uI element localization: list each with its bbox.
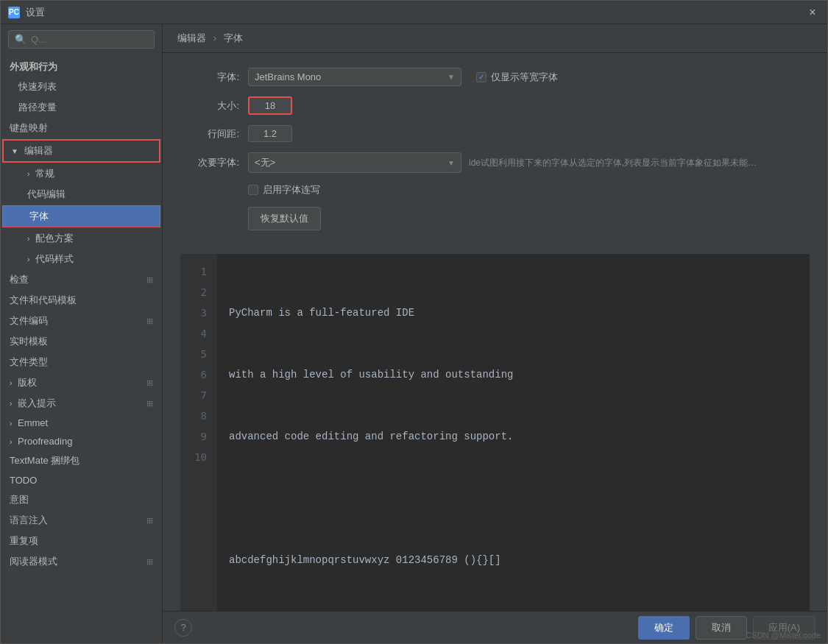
sidebar-item-colorscheme[interactable]: › 配色方案 xyxy=(1,228,162,249)
main-panel: 编辑器 › 字体 字体: JetBrains Mono ▼ 仅显示等宽字体 xyxy=(163,24,827,643)
line-spacing-input[interactable] xyxy=(248,125,292,142)
settings-content: 字体: JetBrains Mono ▼ 仅显示等宽字体 大小: xyxy=(163,53,827,611)
cancel-button[interactable]: 取消 xyxy=(696,616,747,640)
content-area: 🔍 外观和行为 快速列表 路径变量 键盘映射 ▼ 编辑器 › 常规 代码编辑 字… xyxy=(1,24,827,643)
sidebar-item-inlayhints[interactable]: › 嵌入提示 ⊞ xyxy=(1,393,162,414)
monospace-label: 仅显示等宽字体 xyxy=(491,71,558,84)
sidebar-item-readermode[interactable]: 阅读器模式 ⊞ xyxy=(1,551,162,572)
sidebar-item-editor-label: 编辑器 xyxy=(24,145,53,156)
dropdown-arrow-icon: ▼ xyxy=(447,73,455,81)
search-icon: 🔍 xyxy=(15,34,26,45)
breadcrumb-parent: 编辑器 xyxy=(177,32,206,43)
sidebar-item-intention[interactable]: 意图 xyxy=(1,489,162,510)
secondary-font-note: ide试图利用接下来的字体从选定的字体,列表显示当前字体象征如果未能这样做 xyxy=(469,157,763,169)
monospace-checkbox-row: 仅显示等宽字体 xyxy=(476,71,558,84)
font-dropdown[interactable]: JetBrains Mono ▼ xyxy=(248,68,461,86)
settings-window: PC 设置 × 🔍 外观和行为 快速列表 路径变量 键盘映射 ▼ 编辑器 › 常… xyxy=(0,0,828,644)
section-appearance: 外观和行为 xyxy=(1,54,162,77)
emmet-arrow: › xyxy=(10,420,12,428)
sidebar-item-proofreading[interactable]: › Proofreading xyxy=(1,432,162,450)
copy-icon: ⊞ xyxy=(146,275,153,285)
sidebar-item-inspection[interactable]: 检查 ⊞ xyxy=(1,269,162,290)
code-line-5: abcdefghijklmnopqrstuvwxyz 0123456789 ()… xyxy=(229,550,575,570)
breadcrumb: 编辑器 › 字体 xyxy=(163,24,827,53)
font-label: 字体: xyxy=(180,71,239,84)
code-lines: PyCharm is a full-featured IDE with a hi… xyxy=(217,254,587,611)
expand-arrow-icon: ▼ xyxy=(11,147,18,155)
code-line-1: PyCharm is a full-featured IDE xyxy=(229,302,575,323)
sidebar-item-livetpl[interactable]: 实时模板 xyxy=(1,331,162,352)
line-num-7: 7 xyxy=(180,385,217,406)
copyright-label: › 版权 xyxy=(10,376,37,389)
sidebar-item-emmet[interactable]: › Emmet xyxy=(1,414,162,432)
monospace-checkbox[interactable] xyxy=(476,72,486,82)
sidebar-item-fileencoding[interactable]: 文件编码 ⊞ xyxy=(1,311,162,331)
search-box[interactable]: 🔍 xyxy=(8,30,155,49)
window-title: 设置 xyxy=(26,6,45,19)
inspection-label: 检查 xyxy=(10,273,29,286)
fileencoding-label: 文件编码 xyxy=(10,314,48,328)
breadcrumb-sep: › xyxy=(213,32,216,43)
copy-icon2: ⊞ xyxy=(146,316,153,326)
ligatures-row: 启用字体连写 xyxy=(180,183,810,197)
watermark: CSDN @Mister.code xyxy=(746,631,821,640)
line-num-4: 4 xyxy=(180,323,217,344)
size-row: 大小: xyxy=(180,96,810,115)
lang-label: 语言注入 xyxy=(10,514,48,527)
color-arrow-icon: › xyxy=(27,235,29,243)
search-input[interactable] xyxy=(31,34,148,45)
line-num-6: 6 xyxy=(180,364,217,385)
sidebar-item-todo[interactable]: TODO xyxy=(1,471,162,489)
general-arrow-icon: › xyxy=(27,170,29,178)
confirm-button[interactable]: 确定 xyxy=(638,616,690,640)
sidebar-item-duplicates[interactable]: 重复项 xyxy=(1,531,162,551)
size-input[interactable] xyxy=(248,96,292,115)
line-numbers: 1 2 3 4 5 6 7 8 9 10 xyxy=(180,254,217,611)
line-spacing-row: 行间距: xyxy=(180,125,810,142)
help-button[interactable]: ? xyxy=(174,619,192,637)
code-line-3: advanced code editing and refactoring su… xyxy=(229,426,575,447)
sidebar-item-copyright[interactable]: › 版权 ⊞ xyxy=(1,372,162,393)
sidebar-item-filetemplate[interactable]: 文件和代码模板 xyxy=(1,290,162,311)
line-num-3: 3 xyxy=(180,302,217,323)
secondary-font-value: <无> xyxy=(255,156,275,169)
inlay-label: › 嵌入提示 xyxy=(10,397,56,410)
sidebar-item-langinject[interactable]: 语言注入 ⊞ xyxy=(1,510,162,531)
inlay-arrow: › xyxy=(10,400,12,408)
proof-arrow: › xyxy=(10,438,12,446)
sidebar-item-textmate[interactable]: TextMate 捆绑包 xyxy=(1,450,162,471)
sidebar-item-editor[interactable]: ▼ 编辑器 xyxy=(2,139,160,163)
footer: ? 确定 取消 应用(A) xyxy=(163,611,827,643)
code-line-2: with a high level of usability and outst… xyxy=(229,364,575,385)
line-num-10: 10 xyxy=(180,447,217,467)
sidebar-item-filetype[interactable]: 文件类型 xyxy=(1,352,162,372)
ligatures-checkbox[interactable] xyxy=(248,185,258,195)
font-row: 字体: JetBrains Mono ▼ 仅显示等宽字体 xyxy=(180,68,810,86)
copy-icon5: ⊞ xyxy=(146,516,153,526)
copy-icon3: ⊞ xyxy=(146,378,153,388)
style-arrow-icon: › xyxy=(27,255,29,263)
sidebar-item-general[interactable]: › 常规 xyxy=(1,163,162,184)
line-num-8: 8 xyxy=(180,406,217,426)
restore-button[interactable]: 恢复默认值 xyxy=(248,207,321,230)
copy-icon4: ⊞ xyxy=(146,399,153,408)
sidebar-item-font[interactable]: 字体 xyxy=(2,205,160,227)
secondary-font-row: 次要字体: <无> ▼ ide试图利用接下来的字体从选定的字体,列表显示当前字体… xyxy=(180,152,810,173)
sidebar-item-codestyle[interactable]: › 代码样式 xyxy=(1,249,162,269)
copyright-arrow: › xyxy=(10,379,12,387)
line-spacing-label: 行间距: xyxy=(180,127,239,141)
title-bar: PC 设置 × xyxy=(1,1,827,24)
font-value: JetBrains Mono xyxy=(255,71,321,82)
close-button[interactable]: × xyxy=(805,6,820,19)
sidebar-item-codeedit[interactable]: 代码编辑 xyxy=(1,184,162,205)
secondary-font-dropdown[interactable]: <无> ▼ xyxy=(248,152,461,173)
code-preview-inner: 1 2 3 4 5 6 7 8 9 10 PyCharm is a xyxy=(180,254,810,611)
sidebar-item-keymap[interactable]: 键盘映射 xyxy=(1,118,162,138)
line-num-9: 9 xyxy=(180,426,217,447)
sidebar-item-pathvar[interactable]: 路径变量 xyxy=(1,97,162,118)
code-preview: 1 2 3 4 5 6 7 8 9 10 PyCharm is a xyxy=(180,254,810,611)
ligatures-label: 启用字体连写 xyxy=(263,183,320,197)
reader-label: 阅读器模式 xyxy=(10,555,57,568)
sidebar-item-quicklist[interactable]: 快速列表 xyxy=(1,77,162,97)
code-line-4 xyxy=(229,488,575,509)
